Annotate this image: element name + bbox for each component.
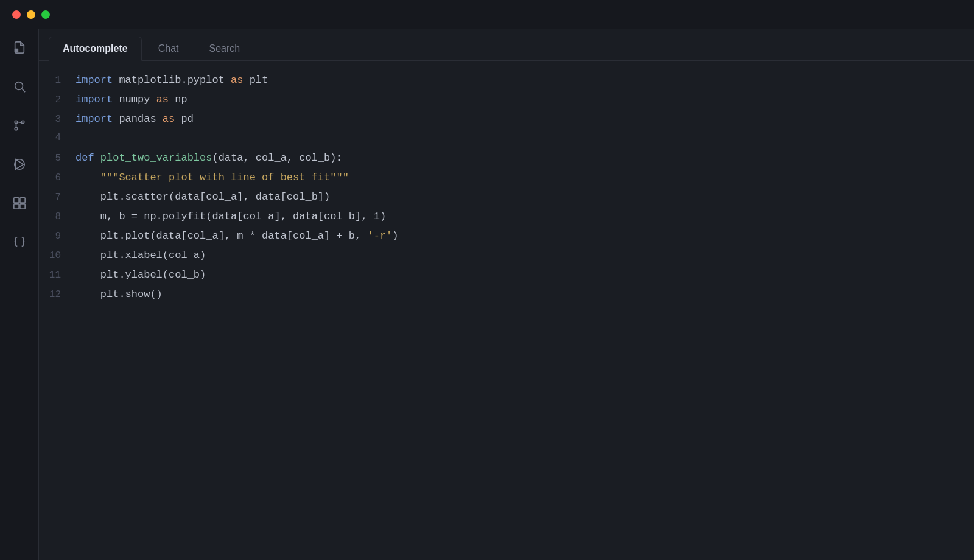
svg-marker-7 xyxy=(15,159,23,170)
token: np xyxy=(169,94,187,105)
token: m, b = np.polyfit(data[col_a], data[col_… xyxy=(75,211,386,222)
token: plot_two_variables xyxy=(100,152,212,164)
line-code: plt.show() xyxy=(75,286,163,303)
line-code: m, b = np.polyfit(data[col_a], data[col_… xyxy=(75,208,386,225)
code-line: 4 xyxy=(39,129,974,149)
tab-chat[interactable]: Chat xyxy=(144,37,193,60)
token: as xyxy=(231,74,243,86)
line-number: 9 xyxy=(39,229,75,245)
token: import xyxy=(75,94,113,105)
code-line: 1import matplotlib.pyplot as plt xyxy=(39,71,974,90)
line-number: 1 xyxy=(39,73,75,89)
token: as xyxy=(156,94,169,105)
traffic-light-yellow[interactable] xyxy=(27,10,35,19)
line-number: 6 xyxy=(39,170,75,186)
token: plt.plot(data[col_a], m * data[col_a] + … xyxy=(75,230,367,242)
line-code: """Scatter plot with line of best fit""" xyxy=(75,169,349,186)
line-code: plt.xlabel(col_a) xyxy=(75,247,206,264)
code-line: 5def plot_two_variables(data, col_a, col… xyxy=(39,149,974,168)
svg-point-4 xyxy=(15,127,18,130)
token: matplotlib.pyplot xyxy=(113,74,231,86)
tab-autocomplete[interactable]: Autocomplete xyxy=(49,37,142,61)
line-code: def plot_two_variables(data, col_a, col_… xyxy=(75,150,343,166)
line-number: 5 xyxy=(39,151,75,167)
line-code: plt.scatter(data[col_a], data[col_b]) xyxy=(75,189,330,205)
token xyxy=(94,152,100,164)
line-code: import matplotlib.pyplot as plt xyxy=(75,72,268,88)
token: plt xyxy=(243,74,268,86)
line-number: 4 xyxy=(39,130,75,146)
code-line: 3import pandas as pd xyxy=(39,110,974,129)
svg-rect-10 xyxy=(19,198,24,203)
token: plt.ylabel(col_b) xyxy=(75,269,206,281)
code-line: 6 """Scatter plot with line of best fit"… xyxy=(39,168,974,187)
line-number: 3 xyxy=(39,112,75,128)
token: as xyxy=(163,113,175,125)
line-number: 2 xyxy=(39,93,75,108)
svg-point-1 xyxy=(15,82,23,90)
token: pd xyxy=(175,113,194,125)
token: import xyxy=(75,113,113,125)
code-line: 8 m, b = np.polyfit(data[col_a], data[co… xyxy=(39,207,974,226)
token: numpy xyxy=(113,94,156,105)
code-line: 9 plt.plot(data[col_a], m * data[col_a] … xyxy=(39,226,974,246)
line-code: plt.plot(data[col_a], m * data[col_a] + … xyxy=(75,228,399,244)
search-icon[interactable] xyxy=(9,75,30,97)
code-line: 11 plt.ylabel(col_b) xyxy=(39,265,974,285)
token: plt.scatter(data[col_a], data[col_b]) xyxy=(75,191,330,203)
line-number: 7 xyxy=(39,190,75,206)
git-icon[interactable] xyxy=(9,114,30,136)
line-number: 10 xyxy=(39,248,75,264)
token: pandas xyxy=(113,113,163,125)
token: plt.xlabel(col_a) xyxy=(75,250,206,261)
token: import xyxy=(75,74,113,86)
code-line: 10 plt.xlabel(col_a) xyxy=(39,246,974,265)
line-code: import pandas as pd xyxy=(75,111,194,127)
svg-rect-11 xyxy=(13,204,18,209)
line-code: import numpy as np xyxy=(75,91,187,108)
svg-point-3 xyxy=(15,121,18,124)
svg-rect-12 xyxy=(19,204,24,209)
run-icon[interactable] xyxy=(9,153,30,175)
code-line: 7 plt.scatter(data[col_a], data[col_b]) xyxy=(39,187,974,207)
token: ) xyxy=(392,230,398,242)
traffic-light-red[interactable] xyxy=(12,10,21,19)
code-area: 1import matplotlib.pyplot as plt2import … xyxy=(39,61,974,560)
traffic-light-green[interactable] xyxy=(41,10,50,19)
token: """Scatter plot with line of best fit""" xyxy=(75,172,349,183)
content-area: Autocomplete Chat Search 1import matplot… xyxy=(39,29,974,560)
token: (data, col_a, col_b): xyxy=(212,152,342,164)
code-line: 12 plt.show() xyxy=(39,285,974,304)
title-bar xyxy=(0,0,974,29)
token: '-r' xyxy=(367,230,392,242)
token: plt.show() xyxy=(75,289,163,300)
line-code: plt.ylabel(col_b) xyxy=(75,267,206,283)
tabs-bar: Autocomplete Chat Search xyxy=(39,29,974,61)
tab-search[interactable]: Search xyxy=(195,37,254,60)
svg-rect-0 xyxy=(14,49,18,52)
sidebar xyxy=(0,29,39,560)
line-number: 11 xyxy=(39,268,75,284)
token: def xyxy=(75,152,94,164)
main-layout: Autocomplete Chat Search 1import matplot… xyxy=(0,29,974,560)
file-icon[interactable] xyxy=(9,37,30,58)
line-number: 12 xyxy=(39,287,75,303)
code-line: 2import numpy as np xyxy=(39,90,974,110)
extensions-icon[interactable] xyxy=(9,192,30,214)
svg-line-2 xyxy=(22,89,25,92)
braces-icon[interactable] xyxy=(9,231,30,253)
line-number: 8 xyxy=(39,209,75,225)
svg-rect-9 xyxy=(13,198,18,203)
